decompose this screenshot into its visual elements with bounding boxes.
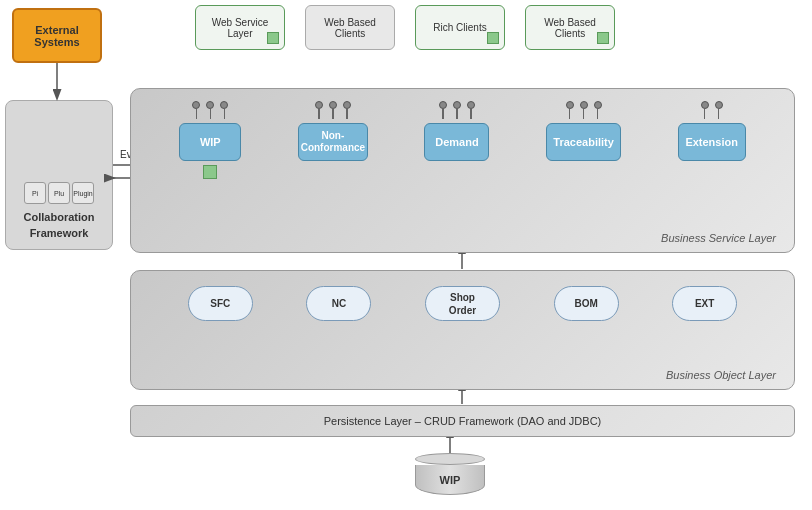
legend-area: Web Service Layer Web Based Clients Rich…	[195, 5, 615, 50]
db-body: WIP	[415, 465, 485, 495]
business-service-layer: WIP Non-Conformance Demand	[130, 88, 795, 253]
legend-box-web-service: Web Service Layer	[195, 5, 285, 50]
legend-web-based-clients-2: Web Based Clients	[525, 5, 615, 50]
legend-web-service-layer: Web Service Layer	[195, 5, 285, 50]
object-item-sfc: SFC	[188, 286, 253, 321]
persistence-layer-label: Persistence Layer – CRUD Framework (DAO …	[324, 415, 602, 427]
service-item-wip: WIP	[179, 101, 241, 179]
service-item-extension: Extension	[678, 101, 746, 179]
diagram-container: External Systems Web Service Layer Web B…	[0, 0, 812, 510]
service-blob-extension: Extension	[678, 123, 746, 161]
legend-label-web-based-1: Web Based Clients	[311, 17, 389, 39]
database-label: WIP	[440, 474, 461, 486]
service-blob-non-conformance: Non-Conformance	[298, 123, 368, 161]
service-items-row: WIP Non-Conformance Demand	[131, 89, 794, 179]
object-item-shop-order: ShopOrder	[425, 286, 500, 321]
object-items-row: SFC NC ShopOrder BOM EXT	[131, 271, 794, 321]
service-blob-demand: Demand	[424, 123, 489, 161]
plugin-3: Plugin	[72, 182, 94, 204]
object-item-bom: BOM	[554, 286, 619, 321]
legend-square-web-service	[267, 32, 279, 44]
legend-square-web-based-2	[597, 32, 609, 44]
service-item-traceability: Traceability	[546, 101, 621, 179]
service-blob-traceability: Traceability	[546, 123, 621, 161]
persistence-layer: Persistence Layer – CRUD Framework (DAO …	[130, 405, 795, 437]
wip-sub-square	[203, 165, 217, 179]
service-item-non-conformance: Non-Conformance	[298, 101, 368, 179]
object-item-nc: NC	[306, 286, 371, 321]
plugin-1: Pi	[24, 182, 46, 204]
db-top	[415, 453, 485, 465]
plugin-2: Plu	[48, 182, 70, 204]
legend-web-based-clients-1: Web Based Clients	[305, 5, 395, 50]
business-object-layer: SFC NC ShopOrder BOM EXT Business Object…	[130, 270, 795, 390]
bol-label: Business Object Layer	[666, 369, 776, 381]
external-systems-label: External Systems	[14, 24, 100, 48]
legend-square-rich-clients	[487, 32, 499, 44]
plugin-group: Pi Plu Plugin	[24, 182, 94, 204]
legend-box-rich-clients: Rich Clients	[415, 5, 505, 50]
legend-box-web-based-1: Web Based Clients	[305, 5, 395, 50]
database-cylinder: WIP	[415, 453, 485, 495]
legend-rich-clients: Rich Clients	[415, 5, 505, 50]
legend-label-rich-clients: Rich Clients	[433, 22, 486, 33]
legend-box-web-based-2: Web Based Clients	[525, 5, 615, 50]
external-systems-box: External Systems	[12, 8, 102, 63]
collaboration-framework-label: CollaborationFramework	[24, 210, 95, 241]
service-item-demand: Demand	[424, 101, 489, 179]
service-blob-wip: WIP	[179, 123, 241, 161]
collaboration-framework-box: Pi Plu Plugin CollaborationFramework	[5, 100, 113, 250]
bsl-label: Business Service Layer	[661, 232, 776, 244]
object-item-ext: EXT	[672, 286, 737, 321]
